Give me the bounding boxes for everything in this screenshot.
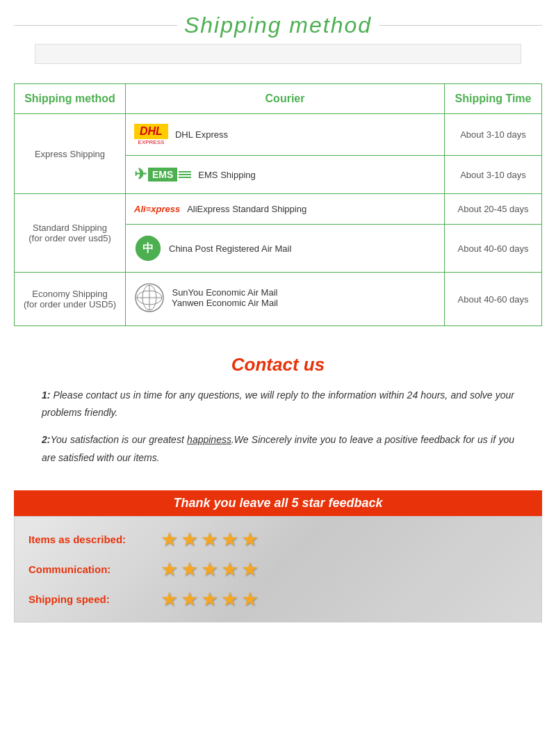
- dhl-logo: DHL EXPRESS: [134, 124, 168, 145]
- shipping-table: Shipping method Courier Shipping Time Ex…: [14, 83, 542, 326]
- courier-ems: ✈ EMS EMS Shipping: [126, 156, 445, 194]
- ems-logo: ✈ EMS: [134, 166, 191, 184]
- courier-name-ali: AliExpress Standard Shipping: [187, 204, 306, 214]
- col-header-time: Shipping Time: [445, 84, 542, 114]
- col-header-courier: Courier: [126, 84, 445, 114]
- star-3: ★: [201, 528, 218, 551]
- stars-shipping: ★ ★ ★ ★ ★: [161, 588, 259, 611]
- time-economy: About 40-60 days: [445, 273, 542, 326]
- feedback-label-communication: Communication:: [28, 563, 154, 575]
- star-4: ★: [221, 528, 238, 551]
- time-express-ems: About 3-10 days: [445, 156, 542, 194]
- chinapost-logo: 中: [134, 234, 162, 262]
- courier-name-dhl: DHL Express: [175, 129, 228, 140]
- star-1: ★: [161, 558, 178, 581]
- star-5: ★: [241, 528, 259, 551]
- star-4: ★: [221, 558, 238, 581]
- table-row: Economy Shipping(for order under USD5): [15, 273, 542, 326]
- courier-name-chinapost: China Post Registered Air Mail: [169, 243, 291, 254]
- table-row: Standard Shipping(for order over usd5) A…: [15, 194, 542, 225]
- star-1: ★: [161, 588, 178, 611]
- contact-point-2: 2:You satisfaction is our greatest happi…: [42, 431, 514, 466]
- page-header: Shipping method: [0, 0, 556, 77]
- method-standard: Standard Shipping(for order over usd5): [15, 194, 126, 273]
- courier-name-sunyou: SunYou Economic Air Mail: [172, 287, 278, 298]
- stars-described: ★ ★ ★ ★ ★: [161, 528, 259, 551]
- feedback-label-described: Items as described:: [28, 533, 154, 545]
- star-4: ★: [221, 588, 238, 611]
- contact-section: Contact us 1: Please contact us in time …: [0, 340, 556, 483]
- subtitle-bar: [35, 44, 521, 64]
- star-1: ★: [161, 528, 178, 551]
- courier-name-yanwen: Yanwen Economic Air Mail: [172, 298, 278, 308]
- star-3: ★: [201, 588, 218, 611]
- contact-point-1: 1: Please contact us in time for any que…: [42, 387, 514, 421]
- courier-chinapost: 中 China Post Registered Air Mail: [126, 225, 445, 273]
- star-5: ★: [241, 588, 259, 611]
- stars-communication: ★ ★ ★ ★ ★: [161, 558, 259, 581]
- star-2: ★: [181, 588, 198, 611]
- courier-name-ems: EMS Shipping: [198, 170, 255, 180]
- col-header-method: Shipping method: [15, 84, 126, 114]
- star-3: ★: [201, 558, 218, 581]
- courier-economy: SunYou Economic Air Mail Yanwen Economic…: [126, 273, 445, 326]
- method-economy: Economy Shipping(for order under USD5): [15, 273, 126, 326]
- time-express-dhl: About 3-10 days: [445, 114, 542, 156]
- feedback-section: Items as described: ★ ★ ★ ★ ★ Communicat…: [14, 516, 542, 622]
- time-standard-ali: About 20-45 days: [445, 194, 542, 225]
- time-standard-chinapost: About 40-60 days: [445, 225, 542, 273]
- svg-text:中: 中: [142, 241, 154, 254]
- shipping-table-container: Shipping method Courier Shipping Time Ex…: [14, 83, 542, 326]
- feedback-row-communication: Communication: ★ ★ ★ ★ ★: [28, 558, 528, 581]
- feedback-row-shipping: Shipping speed: ★ ★ ★ ★ ★: [28, 588, 528, 611]
- page-title: Shipping method: [184, 13, 372, 38]
- star-2: ★: [181, 558, 198, 581]
- thankyou-bar: Thank you leave all 5 star feedback: [14, 490, 542, 516]
- contact-title: Contact us: [42, 354, 514, 376]
- star-2: ★: [181, 528, 198, 551]
- courier-dhl: DHL EXPRESS DHL Express: [126, 114, 445, 156]
- feedback-row-described: Items as described: ★ ★ ★ ★ ★: [28, 528, 528, 551]
- method-express: Express Shipping: [15, 114, 126, 194]
- table-row: Express Shipping DHL EXPRESS DHL Express…: [15, 114, 542, 156]
- star-5: ★: [241, 558, 259, 581]
- feedback-label-shipping: Shipping speed:: [28, 593, 154, 605]
- ali-logo: Ali≡xpress: [134, 204, 180, 214]
- un-logo: [134, 282, 165, 313]
- courier-ali: Ali≡xpress AliExpress Standard Shipping: [126, 194, 445, 225]
